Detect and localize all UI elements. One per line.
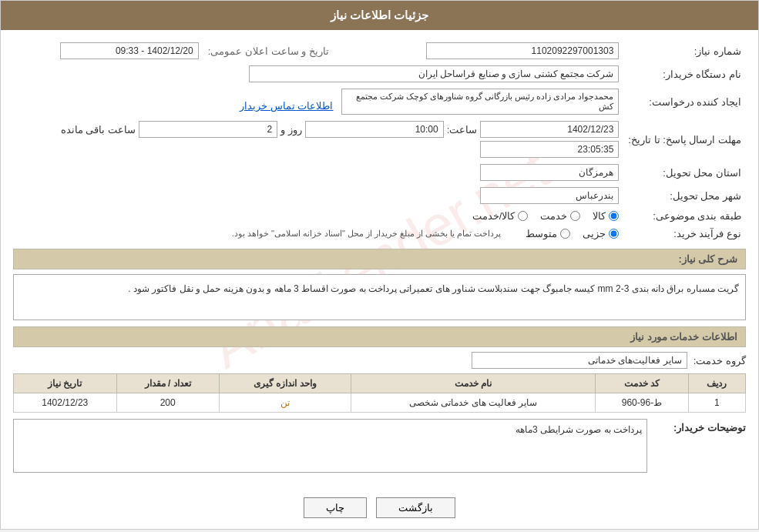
col-header-code: کد خدمت <box>596 374 688 393</box>
announce-label: تاریخ و ساعت اعلان عمومی: <box>203 39 334 62</box>
page-title: جزئیات اطلاعات نیاز <box>331 8 428 22</box>
deadline-remain-label: ساعت باقی مانده <box>61 124 136 136</box>
category-radio-kala[interactable]: کالا <box>593 210 619 222</box>
buyer-desc-label: توضیحات خریدار: <box>653 419 746 433</box>
category-radio-kala-khedmat[interactable]: کالا/خدمت <box>472 210 529 222</box>
group-label: گروه خدمت: <box>694 355 746 366</box>
footer-buttons: بازگشت چاپ <box>1 487 758 529</box>
province-value: هرمزگان <box>13 161 623 184</box>
narration-title: شرح کلی نیاز: <box>13 249 746 269</box>
cell-code: ط-96-960 <box>596 393 688 413</box>
info-table: شماره نیاز: 1102092297001303 تاریخ و ساع… <box>13 39 746 243</box>
cell-unit: تن <box>219 393 351 413</box>
deadline-time-input: 10:00 <box>305 121 444 138</box>
narration-section: شرح کلی نیاز: گریت مسباره براق دانه بندی… <box>13 249 746 320</box>
creator-label: ایجاد کننده درخواست: <box>623 85 746 118</box>
city-label: شهر محل تحویل: <box>623 184 746 207</box>
process-label: نوع فرآیند خرید: <box>623 225 746 243</box>
col-header-qty: تعداد / مقدار <box>116 374 219 393</box>
province-label: استان محل تحویل: <box>623 161 746 184</box>
print-button[interactable]: چاپ <box>304 497 367 518</box>
process-note: پرداخت تمام یا بخشی از مبلغ خریدار از مح… <box>232 229 502 239</box>
buyer-desc-box: پرداخت به صورت شرایطی 3ماهه <box>13 419 647 473</box>
niaaz-number-input: 1102092297001303 <box>426 42 619 59</box>
center-value: شرکت مجتمع کشتی سازی و صنایع فراساحل ایر… <box>13 62 623 85</box>
cell-qty: 200 <box>116 393 219 413</box>
niaaz-number-label: شماره نیاز: <box>623 39 746 62</box>
category-options: کالا/خدمت خدمت کالا <box>13 207 623 225</box>
city-input: بندرعباس <box>480 187 619 204</box>
page-header: جزئیات اطلاعات نیاز <box>1 1 758 30</box>
col-header-name: نام خدمت <box>351 374 596 393</box>
narration-text: گریت مسباره براق دانه بندی 3-2 mm کیسه ج… <box>13 274 746 320</box>
deadline-label: مهلت ارسال پاسخ: تا تاریخ: <box>623 118 746 161</box>
creator-link[interactable]: اطلاعات تماس خریدار <box>240 100 333 112</box>
col-header-date: تاریخ نیاز <box>14 374 117 393</box>
announce-input: 1402/12/20 - 09:33 <box>60 42 199 59</box>
deadline-days-label: روز و <box>280 124 302 136</box>
buyer-desc-section: توضیحات خریدار: پرداخت به صورت شرایطی 3م… <box>13 419 746 473</box>
process-options: متوسط جزیی پرداخت تمام یا بخشی از مبلغ خ… <box>13 225 623 243</box>
creator-value: محمدجواد مرادی زاده رئیس بازرگانی گروه ش… <box>13 85 623 118</box>
table-row: 1ط-96-960سایر فعالیت های خدماتی شخصیتن20… <box>14 393 746 413</box>
cell-name: سایر فعالیت های خدماتی شخصی <box>351 393 596 413</box>
center-label: نام دستگاه خریدار: <box>623 62 746 85</box>
services-title: اطلاعات خدمات مورد نیاز <box>13 326 746 347</box>
city-value: بندرعباس <box>13 184 623 207</box>
creator-input: محمدجواد مرادی زاده رئیس بازرگانی گروه ش… <box>341 89 619 115</box>
announce-value: 1402/12/20 - 09:33 <box>13 39 203 62</box>
deadline-remain-input: 23:05:35 <box>480 141 619 158</box>
col-header-unit: واحد اندازه گیری <box>219 374 351 393</box>
category-radio-khedmat[interactable]: خدمت <box>540 210 580 222</box>
process-radio-jozi[interactable]: جزیی <box>583 228 619 239</box>
category-label: طبقه بندی موضوعی: <box>623 207 746 225</box>
center-input: شرکت مجتمع کشتی سازی و صنایع فراساحل ایر… <box>249 65 619 82</box>
deadline-days-input: 2 <box>139 121 277 138</box>
deadline-time-label: ساعت: <box>447 124 478 136</box>
group-row: گروه خدمت: سایر فعالیت‌های خدماتی <box>13 352 746 369</box>
back-button[interactable]: بازگشت <box>376 497 455 518</box>
process-radio-motavaset[interactable]: متوسط <box>526 228 570 239</box>
deadline-row: 1402/12/23 ساعت: 10:00 روز و 2 ساعت باقی… <box>13 118 623 161</box>
services-table: ردیف کد خدمت نام خدمت واحد اندازه گیری ت… <box>13 373 746 413</box>
cell-date: 1402/12/23 <box>14 393 117 413</box>
deadline-date-input: 1402/12/23 <box>480 121 619 138</box>
province-input: هرمزگان <box>480 164 619 181</box>
group-value: سایر فعالیت‌های خدماتی <box>472 352 687 369</box>
cell-row: 1 <box>688 393 745 413</box>
buyer-desc-text: پرداخت به صورت شرایطی 3ماهه <box>516 424 642 435</box>
niaaz-number-value: 1102092297001303 <box>364 39 624 62</box>
services-section: اطلاعات خدمات مورد نیاز گروه خدمت: سایر … <box>13 326 746 413</box>
col-header-row: ردیف <box>688 374 745 393</box>
